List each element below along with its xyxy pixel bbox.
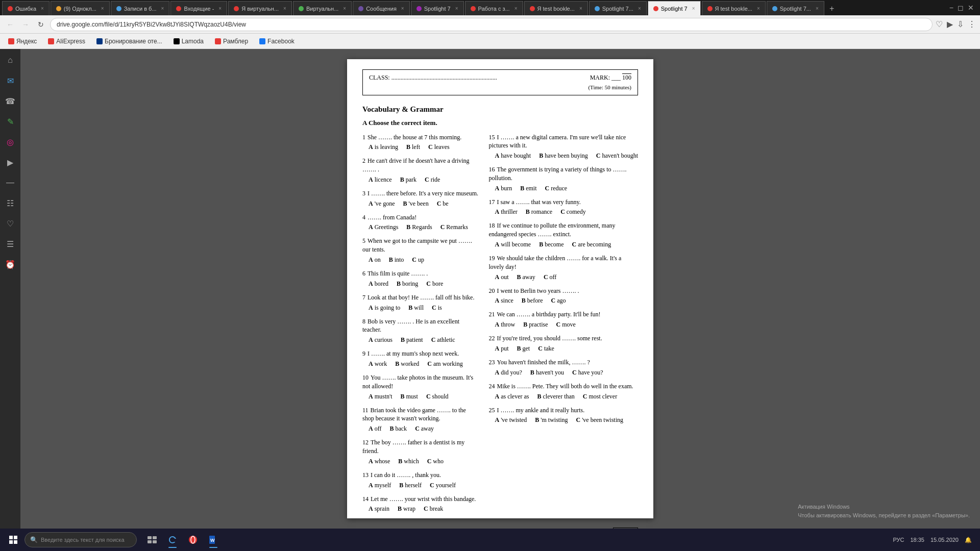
- sidebar-home-icon[interactable]: ⌂: [3, 53, 17, 67]
- option-23-B[interactable]: B haven't you: [530, 368, 564, 377]
- option-12-B[interactable]: B which: [398, 457, 419, 466]
- option-25-C[interactable]: C 've been twisting: [576, 415, 623, 424]
- tab-tab7[interactable]: Сообщения×: [353, 1, 410, 15]
- option-17-A[interactable]: A thriller: [495, 207, 518, 216]
- forward-button[interactable]: →: [19, 18, 32, 31]
- option-10-C[interactable]: C should: [426, 392, 449, 401]
- bookmark-aliexpress[interactable]: AliExpress: [44, 37, 89, 46]
- tab-tab8[interactable]: Spotlight 7×: [411, 1, 464, 15]
- option-10-A[interactable]: A mustn't: [369, 392, 393, 401]
- option-24-C[interactable]: C most clever: [583, 392, 617, 401]
- option-10-B[interactable]: B must: [401, 392, 418, 401]
- option-9-B[interactable]: B worked: [395, 359, 419, 368]
- taskbar-task-view[interactable]: [143, 531, 161, 549]
- sidebar-phone-icon[interactable]: ☎: [3, 94, 17, 108]
- download-icon[interactable]: ⇩: [957, 19, 964, 29]
- option-2-A[interactable]: A licence: [369, 175, 392, 184]
- option-15-C[interactable]: C haven't bought: [596, 151, 638, 160]
- option-7-C[interactable]: C is: [432, 303, 442, 312]
- option-3-B[interactable]: B 've been: [403, 199, 429, 208]
- sidebar-messenger-icon[interactable]: ✉: [3, 73, 17, 88]
- option-11-A[interactable]: A off: [369, 424, 381, 433]
- tab-tab9[interactable]: Работа с з...×: [465, 1, 523, 15]
- tab-close-tab7[interactable]: ×: [401, 6, 404, 11]
- option-19-B[interactable]: B away: [517, 272, 535, 282]
- tab-tab1[interactable]: Ошибка×: [2, 1, 50, 15]
- tab-tab6[interactable]: Виртуальн...×: [293, 1, 352, 15]
- tab-close-tab9[interactable]: ×: [514, 6, 518, 11]
- option-12-A[interactable]: A whose: [369, 457, 390, 466]
- bookmark-рамблер[interactable]: Рамблер: [211, 37, 252, 46]
- tab-close-tab11[interactable]: ×: [638, 6, 641, 11]
- option-16-C[interactable]: C reduce: [545, 184, 568, 193]
- option-9-C[interactable]: C am working: [427, 359, 462, 368]
- option-6-C[interactable]: C bore: [426, 279, 443, 288]
- minimize-button[interactable]: −: [949, 4, 953, 12]
- tab-close-tab5[interactable]: ×: [283, 6, 286, 11]
- option-14-C[interactable]: C break: [424, 504, 443, 513]
- option-21-B[interactable]: B practise: [523, 320, 548, 329]
- tab-close-tab10[interactable]: ×: [579, 6, 582, 11]
- option-24-B[interactable]: B cleverer than: [537, 392, 575, 401]
- taskbar-search[interactable]: 🔍 Введите здесь текст для поиска: [24, 532, 137, 547]
- option-12-C[interactable]: C who: [427, 457, 444, 466]
- option-1-A[interactable]: A is leaving: [369, 142, 398, 152]
- tab-close-tab12[interactable]: ×: [692, 6, 695, 11]
- star-icon[interactable]: ♡: [936, 19, 943, 29]
- option-23-A[interactable]: A did you?: [495, 368, 522, 377]
- option-16-B[interactable]: B emit: [520, 184, 536, 193]
- tab-close-tab14[interactable]: ×: [816, 6, 819, 11]
- option-13-B[interactable]: B herself: [399, 481, 422, 490]
- option-18-A[interactable]: A will become: [495, 240, 531, 249]
- option-4-C[interactable]: C Remarks: [440, 222, 468, 232]
- option-4-A[interactable]: A Greetings: [369, 222, 398, 232]
- tab-close-tab1[interactable]: ×: [41, 6, 44, 11]
- option-15-B[interactable]: B have been buying: [539, 151, 588, 160]
- taskbar-opera[interactable]: [184, 531, 202, 549]
- tab-tab13[interactable]: Я test bookle...×: [702, 1, 766, 15]
- sidebar-whatsapp-icon[interactable]: ✎: [3, 114, 17, 129]
- option-25-B[interactable]: B 'm twisting: [535, 415, 568, 424]
- bookmark-facebook[interactable]: Facebook: [255, 37, 299, 46]
- tab-close-tab8[interactable]: ×: [455, 6, 458, 11]
- option-11-B[interactable]: B back: [389, 424, 407, 433]
- back-button[interactable]: ←: [4, 18, 16, 31]
- tab-tab3[interactable]: Записи в б...×: [111, 1, 170, 15]
- sidebar-instagram-icon[interactable]: ◎: [3, 135, 17, 149]
- sidebar-clock-icon[interactable]: ⏰: [3, 257, 17, 271]
- option-8-A[interactable]: A curious: [369, 335, 393, 344]
- tab-close-tab13[interactable]: ×: [757, 6, 760, 11]
- option-19-C[interactable]: C off: [544, 272, 556, 282]
- sidebar-heart-icon[interactable]: ♡: [3, 216, 17, 231]
- option-5-B[interactable]: B into: [389, 255, 404, 264]
- option-18-C[interactable]: C are becoming: [572, 240, 611, 249]
- option-11-C[interactable]: C away: [415, 424, 434, 433]
- option-21-A[interactable]: A throw: [495, 320, 516, 329]
- option-20-C[interactable]: C ago: [551, 296, 566, 305]
- sidebar-grid-icon[interactable]: ☷: [3, 196, 17, 210]
- option-17-B[interactable]: B romance: [526, 207, 552, 216]
- option-20-B[interactable]: B before: [522, 296, 543, 305]
- option-4-B[interactable]: B Regards: [406, 222, 432, 232]
- option-5-C[interactable]: C up: [412, 255, 424, 264]
- address-input[interactable]: [50, 18, 933, 31]
- tab-tab12[interactable]: Spotlight 7×: [648, 1, 701, 15]
- tab-close-tab3[interactable]: ×: [161, 6, 164, 11]
- tab-tab4[interactable]: Входящие -×: [170, 1, 227, 15]
- option-16-A[interactable]: A burn: [495, 184, 512, 193]
- tab-tab10[interactable]: Я test bookle...×: [524, 1, 588, 15]
- sidebar-dash-icon[interactable]: —: [3, 176, 17, 190]
- option-13-C[interactable]: C yourself: [430, 481, 456, 490]
- option-13-A[interactable]: A myself: [369, 481, 391, 490]
- tab-close-tab6[interactable]: ×: [343, 6, 346, 11]
- option-21-C[interactable]: C move: [556, 320, 576, 329]
- option-8-B[interactable]: B patient: [401, 335, 423, 344]
- option-5-A[interactable]: A on: [369, 255, 381, 264]
- option-3-C[interactable]: C be: [437, 199, 449, 208]
- option-3-A[interactable]: A 've gone: [369, 199, 395, 208]
- option-6-A[interactable]: A bored: [369, 279, 388, 288]
- cast-icon[interactable]: ▶: [947, 19, 953, 29]
- option-24-A[interactable]: A as clever as: [495, 392, 529, 401]
- taskbar-edge[interactable]: [163, 531, 182, 549]
- sidebar-list-icon[interactable]: ☰: [3, 237, 17, 251]
